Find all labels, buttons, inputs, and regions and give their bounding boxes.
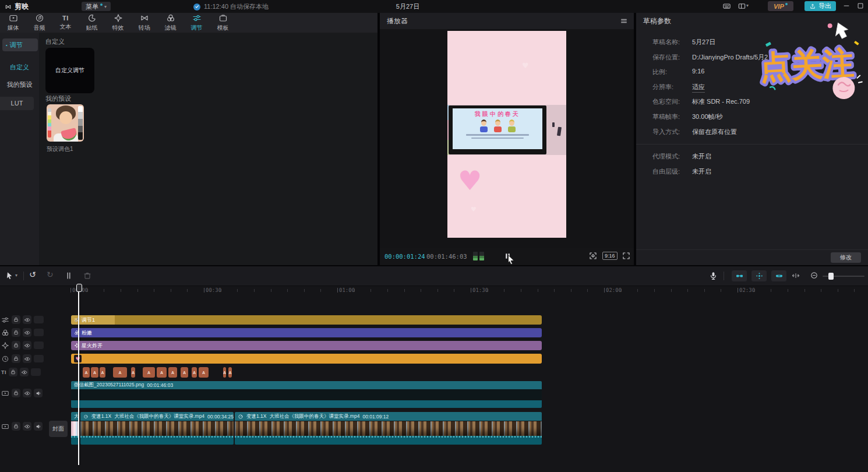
video-preview[interactable]: ♥ ♥ 我眼中的春天: [447, 31, 566, 238]
eye-icon[interactable]: [23, 341, 31, 350]
text-clip[interactable]: A: [143, 367, 155, 378]
shortcut-keyboard-icon[interactable]: [722, 2, 731, 10]
speaker-icon[interactable]: [34, 389, 43, 397]
text-clip[interactable]: A: [228, 367, 232, 378]
redo-button[interactable]: ↻: [47, 270, 54, 279]
preview-quality-icon[interactable]: [588, 251, 598, 260]
minus-icon: [842, 2, 851, 10]
image-clip-label[interactable]: 微信截图_20230527111025.png00:01:46:03: [71, 381, 542, 389]
maximize-button[interactable]: [856, 2, 865, 10]
tab-media[interactable]: 媒体: [0, 13, 26, 33]
tab-effect[interactable]: 特效: [105, 13, 131, 33]
video-clip-filmstrip[interactable]: [80, 421, 234, 436]
snap-toggle[interactable]: [732, 270, 747, 281]
tab-filter[interactable]: 滤镜: [157, 13, 184, 33]
tab-adjust[interactable]: 调节: [184, 13, 210, 33]
eye-icon[interactable]: [20, 368, 29, 376]
effect-clip[interactable]: 星火炸开: [71, 341, 542, 350]
header-blank-slot: [31, 368, 41, 376]
timeline-ruler[interactable]: 00:0000:3001:0001:3002:0002:30: [47, 286, 868, 295]
eye-icon[interactable]: [23, 328, 31, 337]
video-clip-label[interactable]: 变速1.1X大班社会《我眼中的春天》课堂实录.mp400:00:34:25: [80, 412, 234, 421]
speaker-icon[interactable]: [34, 422, 43, 431]
param-label: 自由层级:: [652, 167, 680, 176]
adjust-clip[interactable]: 调节1: [71, 315, 542, 325]
lock-icon[interactable]: [12, 315, 20, 324]
minimize-button[interactable]: [842, 2, 851, 10]
export-button[interactable]: 导出: [805, 1, 836, 11]
video-track-icon: [1, 422, 9, 431]
custom-adjust-card[interactable]: 自定义调节: [45, 48, 94, 93]
sidebar-item-adjust-root[interactable]: •调节: [2, 38, 38, 51]
tab-sticker[interactable]: 贴纸: [79, 13, 105, 33]
video-clip-label[interactable]: 变速1.1X大班社会《我眼中的春天》课堂实录.mp400:01:09:12: [235, 412, 542, 421]
param-value[interactable]: 适应: [692, 83, 705, 93]
tab-audio[interactable]: 音频: [26, 13, 52, 33]
app-logo-icon: [5, 3, 12, 10]
lock-icon[interactable]: [12, 341, 20, 350]
eye-icon[interactable]: [23, 422, 31, 431]
zoom-out-button[interactable]: [810, 271, 818, 280]
tab-transition[interactable]: 转场: [131, 13, 157, 33]
playhead-line[interactable]: [78, 288, 79, 465]
preset-thumbnail[interactable]: [47, 104, 84, 142]
maxbox-icon: [856, 2, 865, 10]
sidebar-item-custom[interactable]: 自定义: [0, 63, 39, 72]
vip-button[interactable]: VIP: [768, 1, 793, 11]
text-clip[interactable]: A: [113, 367, 127, 378]
modify-button[interactable]: 修改: [831, 252, 861, 263]
lock-icon[interactable]: [12, 422, 20, 431]
ruler-tick: [637, 289, 638, 292]
lock-icon[interactable]: [12, 389, 20, 397]
eye-icon[interactable]: [23, 315, 31, 324]
lock-icon[interactable]: [12, 354, 20, 363]
eye-icon[interactable]: [23, 389, 31, 397]
sidebar-item-lut[interactable]: LUT: [0, 97, 34, 110]
record-voiceover-button[interactable]: [708, 271, 718, 281]
preview-axis-toggle[interactable]: [751, 270, 767, 281]
app-logo: 剪映: [5, 2, 29, 12]
text-clip[interactable]: A: [100, 367, 105, 378]
image-clip-body[interactable]: [71, 389, 542, 400]
text-clip[interactable]: A: [223, 367, 226, 378]
timeline-zoom-knob[interactable]: [828, 273, 834, 280]
layout-switch-icon[interactable]: [738, 2, 746, 10]
text-clip[interactable]: A: [91, 367, 98, 378]
text-clip[interactable]: A: [199, 367, 209, 378]
text-clip[interactable]: A: [157, 367, 167, 378]
text-clip[interactable]: A: [181, 367, 188, 378]
layout-chevron-icon[interactable]: ▾: [746, 3, 749, 8]
lock-icon[interactable]: [9, 368, 17, 376]
text-clip[interactable]: A: [168, 367, 177, 378]
magnet-icon: [735, 272, 744, 280]
filter-clip[interactable]: 粉嫩: [71, 328, 542, 337]
audio-meter: [473, 252, 478, 260]
lock-icon: [13, 355, 19, 362]
eye-icon[interactable]: [23, 354, 31, 363]
tab-text[interactable]: TI文本: [52, 13, 79, 33]
delete-button[interactable]: [83, 271, 92, 280]
lock-icon[interactable]: [12, 328, 20, 337]
ratio-chip[interactable]: 9:16: [602, 252, 618, 260]
playhead-handle[interactable]: [76, 284, 82, 292]
text-clip[interactable]: A: [192, 367, 197, 378]
text-clip[interactable]: A: [131, 367, 135, 378]
draft-params-header: 草稿参数: [636, 13, 868, 29]
sidebar-item-my-presets[interactable]: 我的预设: [0, 80, 39, 89]
text-clip[interactable]: A: [83, 367, 90, 378]
fullscreen-icon[interactable]: [622, 251, 631, 260]
track-header-adjust: [1, 315, 44, 324]
fit-timeline-button[interactable]: [791, 271, 800, 280]
split-tool[interactable]: [64, 271, 73, 280]
ruler-tick: [387, 289, 388, 292]
cover-button[interactable]: 封面: [49, 421, 68, 437]
ruler-tick: [154, 289, 154, 292]
tab-template[interactable]: 模板: [210, 13, 236, 33]
player-menu-icon[interactable]: [620, 17, 628, 25]
sticker-clip[interactable]: ♥: [71, 354, 542, 364]
link-toggle[interactable]: [771, 270, 786, 281]
video-clip-filmstrip[interactable]: [235, 421, 542, 436]
menu-button[interactable]: 菜单 ▾: [82, 2, 111, 11]
wall-mark: [557, 127, 562, 136]
param-label: 导入方式:: [652, 128, 680, 136]
